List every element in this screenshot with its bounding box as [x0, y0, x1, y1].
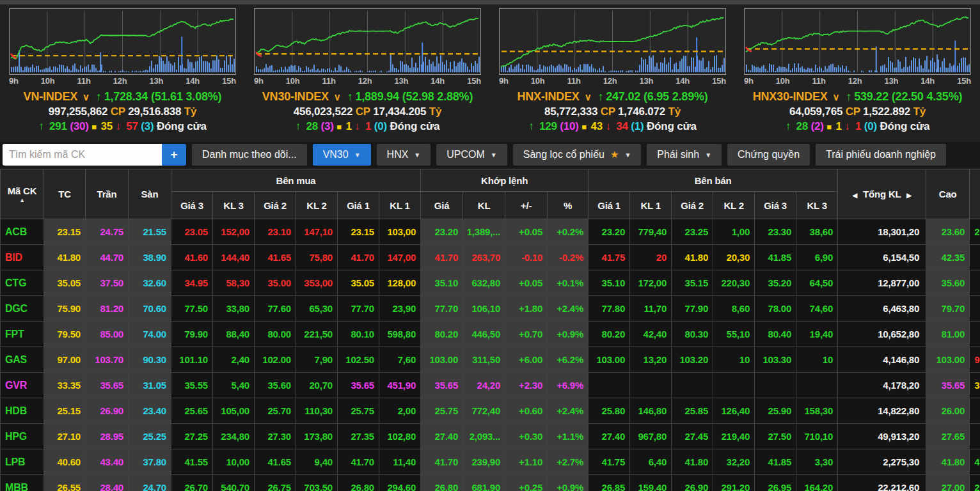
chevron-down-icon[interactable]: ∨ [83, 91, 90, 102]
sell-cell: 6,40 [630, 449, 672, 475]
hnx-tab-button[interactable]: HNX▼ [377, 144, 431, 166]
index-change: (52.98 2.88%) [402, 90, 473, 103]
stock-screener-button[interactable]: Sàng lọc cổ phiếu★▼ [513, 144, 642, 166]
symbol-cell[interactable]: MBB [1, 475, 44, 491]
table-row[interactable]: MBB26.5528.4024.7026.70540,7026.75703,50… [1, 475, 980, 491]
table-row[interactable]: HPG27.1028.9525.2527.25234,8027.30173,80… [1, 424, 980, 449]
session-status: Đóng cửa [647, 120, 697, 132]
clipped-cell [970, 296, 980, 322]
column-header-label: KL 1 [390, 200, 409, 211]
buy-cell: 27.25 [171, 424, 213, 449]
column-header-label: Khớp lệnh [481, 175, 528, 186]
buy-cell: 41.65 [255, 245, 296, 270]
sell-cell: 38,60 [796, 219, 838, 245]
high-price-cell: 103.00 [926, 347, 970, 373]
table-row[interactable]: FPT79.5085.0074.0079.9088,4080.00221,508… [1, 322, 980, 347]
buy-cell: 41.70 [338, 449, 379, 475]
buy-cell: 35.05 [338, 270, 379, 296]
match-cell: +0.70 [505, 322, 548, 347]
symbol-cell[interactable]: GVR [1, 373, 44, 398]
time-axis-label: 15h [467, 76, 481, 89]
buy-cell: 41.70 [338, 245, 379, 270]
header-sell-col: Giá 1 [589, 192, 630, 219]
shares-unit: CP [111, 105, 128, 118]
table-row[interactable]: BID41.8044.7038.9041.60144,4041.6575,804… [1, 245, 980, 270]
header-symbol[interactable]: Mã CK▲ [1, 169, 44, 219]
arrow-up-icon: ↑ [296, 120, 304, 132]
sell-cell: 10 [713, 347, 755, 373]
buy-cell: 7,60 [379, 347, 421, 373]
symbol-cell[interactable]: LPB [1, 449, 44, 475]
header-sell-col: KL 3 [796, 192, 838, 219]
watchlist-button[interactable]: Danh mục theo dõi... [192, 144, 307, 166]
vn30-tab-button[interactable]: VN30▼ [313, 144, 371, 166]
buy-cell: 102.50 [338, 347, 379, 373]
index-title-line: HNX-INDEX∨↑247.02 (6.95 2.89%) [490, 89, 735, 105]
buy-cell: 294,60 [379, 475, 421, 491]
time-axis-label: 13h [885, 76, 899, 89]
sell-cell: 55,10 [713, 322, 755, 347]
symbol-cell[interactable]: ACB [1, 219, 44, 245]
upcom-tab-button[interactable]: UPCOM▼ [436, 144, 507, 166]
sort-asc-icon[interactable]: ▲ [3, 198, 41, 203]
high-price-cell: 42.35 [926, 245, 970, 270]
table-row[interactable]: CTG35.0537.5032.6034.9558,3035.00353,003… [1, 270, 980, 296]
symbol-cell[interactable]: CTG [1, 270, 44, 296]
table-row[interactable]: HDB25.1526.9023.4025.65105,0025.70110,30… [1, 398, 980, 424]
sell-cell: 164,20 [796, 475, 838, 491]
intraday-chart [499, 8, 726, 75]
chevron-down-icon[interactable]: ∨ [334, 91, 341, 102]
sell-cell: 172,00 [630, 270, 672, 296]
sell-cell: 1,00 [713, 219, 755, 245]
symbol-cell[interactable]: FPT [1, 322, 44, 347]
chevron-down-icon[interactable]: ∨ [585, 91, 592, 102]
time-axis-label: 9h [9, 76, 19, 89]
match-cell: +0.9% [548, 475, 589, 491]
index-breadth-line: ↑ 129 (10) ■ 43 ↓ 34 (1) Đóng cửa [490, 119, 735, 134]
time-axis-label: 12h [848, 76, 862, 89]
match-cell: 239,90 [463, 449, 505, 475]
sell-cell: 25.80 [589, 398, 630, 424]
table-row[interactable]: GVR33.3535.6531.0535.555,4035.6020,7035.… [1, 373, 980, 398]
covered-warrants-button[interactable]: Chứng quyền [727, 144, 810, 166]
sell-cell: 23.25 [672, 219, 713, 245]
sell-cell: 13,20 [630, 347, 672, 373]
toolbar-button-label: Trái phiếu doanh nghiệp [826, 149, 936, 160]
time-axis-label: 11h [567, 76, 581, 89]
corporate-bonds-button[interactable]: Trái phiếu doanh nghiệp [816, 144, 946, 166]
symbol-cell[interactable]: HDB [1, 398, 44, 424]
match-cell: +2.4% [548, 296, 589, 322]
reference-price-cell: 79.50 [44, 322, 86, 347]
clipped-cell [970, 245, 980, 270]
symbol-cell[interactable]: GAS [1, 347, 44, 373]
symbol-cell[interactable]: BID [1, 245, 44, 270]
derivatives-button[interactable]: Phái sinh▼ [647, 144, 722, 166]
decliners-count: 1 [365, 120, 374, 132]
search-input[interactable] [3, 144, 162, 166]
index-name: HNX-INDEX [517, 90, 579, 103]
index-summary-row: 9h10h11h12h13h14h15hVN-INDEX∨↑1,728.34 (… [0, 4, 980, 142]
total-volume-cell: 18,301,20 [838, 219, 926, 245]
scroll-right-icon[interactable]: ▶ [903, 192, 915, 199]
time-axis-label: 9h [744, 76, 754, 89]
intraday-chart [9, 8, 236, 75]
high-price-cell: 27.65 [926, 424, 970, 449]
symbol-cell[interactable]: HPG [1, 424, 44, 449]
match-cell: +6.00 [505, 347, 548, 373]
index-volume-line: 64,059,765 CP 1,522.892 Tỷ [735, 105, 980, 119]
sell-cell: 77.80 [589, 296, 630, 322]
table-row[interactable]: ACB23.1524.7521.5523.05152,0023.10147,10… [1, 219, 980, 245]
ceiling-count: (10) [560, 120, 581, 132]
index-breadth-line: ↑ 28 (2) ■ 1 ↓ 1 (0) Đóng cửa [735, 119, 980, 134]
table-row[interactable]: DGC75.9081.2070.6077.5033,8077.6065,3077… [1, 296, 980, 322]
add-symbol-button[interactable]: + [162, 144, 186, 166]
time-axis-label: 10h [41, 76, 55, 89]
session-status: Đóng cửa [157, 120, 207, 132]
chevron-down-icon[interactable]: ∨ [833, 91, 840, 102]
time-axis-label: 14h [676, 76, 690, 89]
symbol-cell[interactable]: DGC [1, 296, 44, 322]
scroll-left-icon[interactable]: ◀ [850, 192, 861, 199]
sell-cell: 967,80 [630, 424, 672, 449]
table-row[interactable]: LPB40.6043.4037.8041.5510,0041.659,4041.… [1, 449, 980, 475]
table-row[interactable]: GAS97.00103.7090.30101.102,40102.007,901… [1, 347, 980, 373]
